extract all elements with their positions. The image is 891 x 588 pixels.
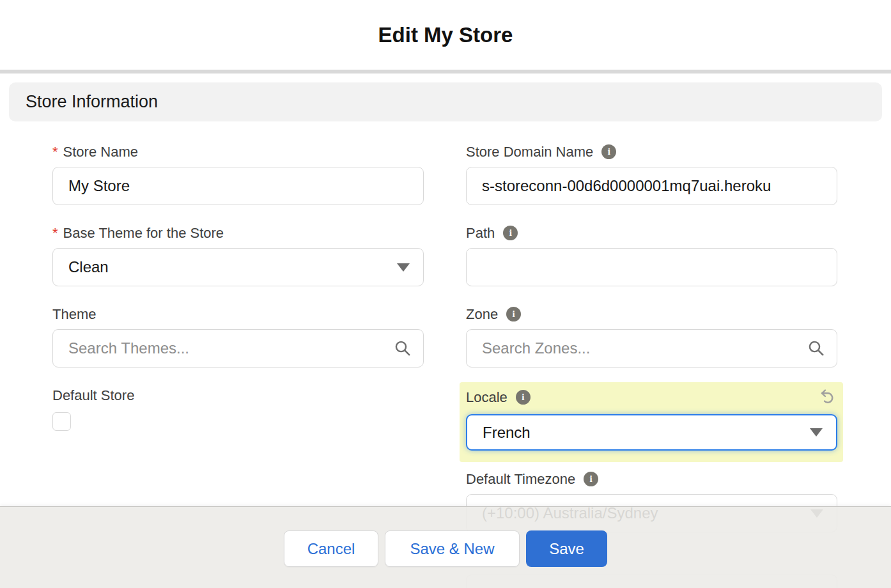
chevron-down-icon — [397, 263, 410, 272]
theme-search-wrap — [52, 329, 424, 368]
theme-field: Theme — [52, 306, 424, 368]
locale-selected-value: French — [483, 424, 531, 442]
search-icon — [807, 339, 825, 357]
default-store-field: Default Store — [52, 387, 424, 433]
modal-footer: Cancel Save & New Save — [0, 506, 891, 588]
undo-change-button[interactable] — [818, 387, 836, 405]
default-store-label: Default Store — [52, 387, 134, 404]
default-store-checkbox[interactable] — [52, 412, 71, 431]
zone-field: Zone i — [466, 306, 837, 368]
store-domain-field: Store Domain Name i — [466, 143, 837, 205]
zone-search-wrap — [466, 329, 837, 368]
default-store-label-row: Default Store — [52, 387, 424, 404]
info-icon[interactable]: i — [584, 472, 598, 486]
save-button[interactable]: Save — [526, 530, 607, 567]
required-asterisk: * — [52, 225, 58, 242]
locale-label-row: Locale i — [466, 389, 837, 406]
page-title: Edit My Store — [378, 23, 513, 47]
zone-label-row: Zone i — [466, 306, 837, 323]
default-timezone-label: Default Timezone — [466, 471, 575, 488]
edit-store-modal: Edit My Store Store Information * Store … — [0, 0, 891, 588]
info-icon[interactable]: i — [516, 390, 531, 405]
store-domain-label: Store Domain Name — [466, 144, 593, 160]
base-theme-label-row: * Base Theme for the Store — [52, 224, 424, 242]
zone-search-input[interactable] — [466, 329, 837, 368]
save-and-new-button[interactable]: Save & New — [385, 530, 520, 567]
path-label-row: Path i — [466, 224, 837, 242]
path-label: Path — [466, 225, 495, 242]
info-icon[interactable]: i — [601, 144, 616, 159]
undo-icon — [819, 387, 836, 405]
chevron-down-icon — [810, 428, 823, 437]
modal-header: Edit My Store — [0, 0, 891, 70]
cancel-button[interactable]: Cancel — [284, 530, 378, 567]
base-theme-field: * Base Theme for the Store Clean — [52, 224, 424, 286]
store-name-label: Store Name — [63, 144, 138, 160]
locale-label: Locale — [466, 389, 507, 406]
theme-label: Theme — [52, 306, 96, 323]
theme-search-input[interactable] — [52, 329, 424, 368]
section-title: Store Information — [26, 92, 158, 112]
base-theme-selected-value: Clean — [68, 258, 109, 276]
search-icon — [394, 339, 412, 357]
zone-label: Zone — [466, 306, 498, 323]
theme-label-row: Theme — [52, 306, 424, 323]
store-domain-label-row: Store Domain Name i — [466, 143, 837, 160]
base-theme-label: Base Theme for the Store — [63, 225, 224, 242]
store-name-input[interactable] — [52, 167, 424, 205]
required-asterisk: * — [52, 144, 58, 160]
store-name-field: * Store Name — [52, 143, 424, 205]
info-icon[interactable]: i — [506, 307, 521, 321]
path-field: Path i — [466, 224, 837, 286]
locale-field-highlighted: Locale i French — [460, 382, 843, 462]
locale-select[interactable]: French — [466, 414, 837, 451]
header-divider — [0, 70, 891, 74]
info-icon[interactable]: i — [503, 226, 518, 240]
default-timezone-label-row: Default Timezone i — [466, 470, 837, 488]
base-theme-select[interactable]: Clean — [52, 248, 424, 286]
path-input[interactable] — [466, 248, 837, 286]
store-name-label-row: * Store Name — [52, 143, 424, 160]
store-domain-input[interactable] — [466, 167, 837, 205]
section-header: Store Information — [9, 82, 882, 121]
